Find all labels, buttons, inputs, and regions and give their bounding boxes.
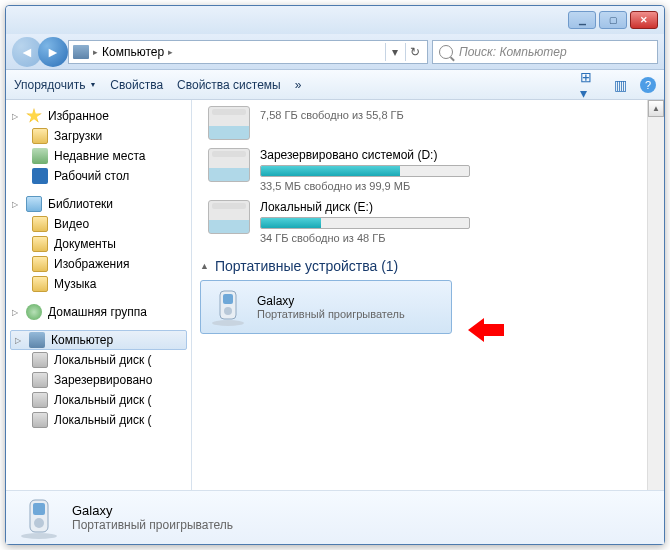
video-icon <box>32 216 48 232</box>
sidebar-item-music[interactable]: Музыка <box>6 274 191 294</box>
content-pane: 7,58 ГБ свободно из 55,8 ГБ Зарезервиров… <box>192 100 647 490</box>
sidebar-item-documents[interactable]: Документы <box>6 234 191 254</box>
computer-icon <box>29 332 45 348</box>
portable-device-icon <box>209 287 247 327</box>
view-button[interactable]: ⊞ ▾ <box>580 77 600 93</box>
details-subtitle: Портативный проигрыватель <box>72 518 233 532</box>
sidebar-item-recent[interactable]: Недавние места <box>6 146 191 166</box>
navigation-bar: ◄ ► ▸ Компьютер ▸ ▾ ↻ Поиск: Компьютер <box>6 34 664 70</box>
sidebar-item-drive[interactable]: Локальный диск ( <box>6 350 191 370</box>
drive-usage-bar <box>260 217 470 229</box>
minimize-button[interactable]: ▁ <box>568 11 596 29</box>
drive-name: Зарезервировано системой (D:) <box>260 148 631 162</box>
device-subtitle: Портативный проигрыватель <box>257 308 405 320</box>
recent-icon <box>32 148 48 164</box>
drive-icon <box>32 412 48 428</box>
preview-pane-button[interactable]: ▥ <box>610 77 630 93</box>
sidebar-libraries[interactable]: ▷Библиотеки <box>6 194 191 214</box>
svg-point-4 <box>21 533 57 539</box>
breadcrumb-item[interactable]: Компьютер <box>102 45 164 59</box>
sidebar-homegroup[interactable]: ▷Домашняя группа <box>6 302 191 322</box>
pictures-icon <box>32 256 48 272</box>
sidebar-favorites[interactable]: ▷Избранное <box>6 106 191 126</box>
libraries-icon <box>26 196 42 212</box>
address-dropdown[interactable]: ▾ <box>385 43 403 61</box>
navigation-sidebar: ▷Избранное Загрузки Недавние места Рабоч… <box>6 100 192 490</box>
download-icon <box>32 128 48 144</box>
drive-icon <box>208 148 250 182</box>
sidebar-item-drive[interactable]: Локальный диск ( <box>6 410 191 430</box>
details-name: Galaxy <box>72 503 233 518</box>
sidebar-item-drive[interactable]: Локальный диск ( <box>6 390 191 410</box>
explorer-window: ▁ ▢ ✕ ◄ ► ▸ Компьютер ▸ ▾ ↻ Поиск: Компь… <box>5 5 665 545</box>
sidebar-item-downloads[interactable]: Загрузки <box>6 126 191 146</box>
section-header-portable[interactable]: ▲ Портативные устройства (1) <box>200 248 639 280</box>
drive-item[interactable]: Зарезервировано системой (D:) 33,5 МБ св… <box>200 144 639 196</box>
vertical-scrollbar[interactable]: ▲ <box>647 100 664 490</box>
annotation-arrow-icon <box>468 318 504 342</box>
sidebar-item-pictures[interactable]: Изображения <box>6 254 191 274</box>
device-name: Galaxy <box>257 294 405 308</box>
homegroup-icon <box>26 304 42 320</box>
details-pane: Galaxy Портативный проигрыватель <box>6 490 664 544</box>
body: ▷Избранное Загрузки Недавние места Рабоч… <box>6 100 664 490</box>
breadcrumb-separator: ▸ <box>93 47 98 57</box>
drive-icon <box>208 200 250 234</box>
section-title: Портативные устройства (1) <box>215 258 398 274</box>
star-icon <box>26 108 42 124</box>
address-bar[interactable]: ▸ Компьютер ▸ ▾ ↻ <box>68 40 428 64</box>
organize-button[interactable]: Упорядочить▼ <box>14 78 96 92</box>
desktop-icon <box>32 168 48 184</box>
svg-rect-2 <box>223 294 233 304</box>
music-icon <box>32 276 48 292</box>
search-box[interactable]: Поиск: Компьютер <box>432 40 658 64</box>
close-button[interactable]: ✕ <box>630 11 658 29</box>
search-icon <box>439 45 453 59</box>
computer-icon <box>73 45 89 59</box>
scroll-up-button[interactable]: ▲ <box>648 100 664 117</box>
drive-usage-bar <box>260 165 470 177</box>
drive-icon <box>32 392 48 408</box>
refresh-button[interactable]: ↻ <box>405 43 423 61</box>
drive-free-text: 7,58 ГБ свободно из 55,8 ГБ <box>260 109 631 121</box>
documents-icon <box>32 236 48 252</box>
maximize-button[interactable]: ▢ <box>599 11 627 29</box>
properties-button[interactable]: Свойства <box>110 78 163 92</box>
forward-button[interactable]: ► <box>38 37 68 67</box>
drive-item[interactable]: Локальный диск (E:) 34 ГБ свободно из 48… <box>200 196 639 248</box>
svg-point-7 <box>34 518 44 528</box>
svg-rect-6 <box>33 503 45 515</box>
svg-point-3 <box>224 307 232 315</box>
toolbar-more[interactable]: » <box>295 78 302 92</box>
drive-icon <box>32 352 48 368</box>
device-item-galaxy[interactable]: Galaxy Портативный проигрыватель <box>200 280 452 334</box>
portable-device-icon <box>18 496 60 540</box>
sidebar-item-desktop[interactable]: Рабочий стол <box>6 166 191 186</box>
system-properties-button[interactable]: Свойства системы <box>177 78 281 92</box>
breadcrumb-separator: ▸ <box>168 47 173 57</box>
sidebar-item-drive[interactable]: Зарезервировано <box>6 370 191 390</box>
drive-free-text: 33,5 МБ свободно из 99,9 МБ <box>260 180 631 192</box>
sidebar-computer[interactable]: ▷Компьютер <box>10 330 187 350</box>
help-button[interactable]: ? <box>640 77 656 93</box>
toolbar: Упорядочить▼ Свойства Свойства системы »… <box>6 70 664 100</box>
search-placeholder: Поиск: Компьютер <box>459 45 567 59</box>
drive-icon <box>208 106 250 140</box>
drive-name: Локальный диск (E:) <box>260 200 631 214</box>
sidebar-item-videos[interactable]: Видео <box>6 214 191 234</box>
svg-point-0 <box>212 320 244 326</box>
collapse-icon: ▲ <box>200 261 209 271</box>
drive-free-text: 34 ГБ свободно из 48 ГБ <box>260 232 631 244</box>
drive-item[interactable]: 7,58 ГБ свободно из 55,8 ГБ <box>200 102 639 144</box>
drive-icon <box>32 372 48 388</box>
titlebar: ▁ ▢ ✕ <box>6 6 664 34</box>
